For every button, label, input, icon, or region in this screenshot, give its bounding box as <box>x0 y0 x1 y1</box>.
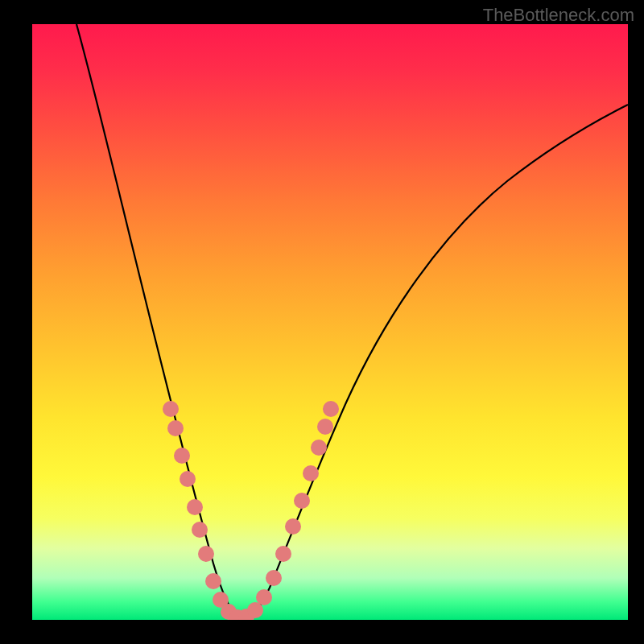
data-marker <box>163 401 179 417</box>
data-marker <box>192 522 208 538</box>
data-marker <box>323 401 339 417</box>
plot-area <box>32 24 628 620</box>
data-marker <box>317 419 333 435</box>
data-marker <box>187 499 203 515</box>
data-marker <box>256 589 272 605</box>
data-marker <box>303 465 319 481</box>
data-marker <box>294 493 310 509</box>
data-marker <box>311 440 327 456</box>
data-marker <box>180 471 196 487</box>
data-marker <box>285 518 301 535</box>
data-marker <box>198 546 214 562</box>
bottleneck-curve <box>76 24 628 618</box>
data-marker <box>174 448 190 464</box>
data-marker <box>266 570 282 586</box>
watermark-text: TheBottleneck.com <box>483 5 634 26</box>
data-marker <box>205 573 221 589</box>
data-marker <box>167 420 184 436</box>
data-marker <box>275 546 291 562</box>
chart-svg <box>32 24 628 620</box>
